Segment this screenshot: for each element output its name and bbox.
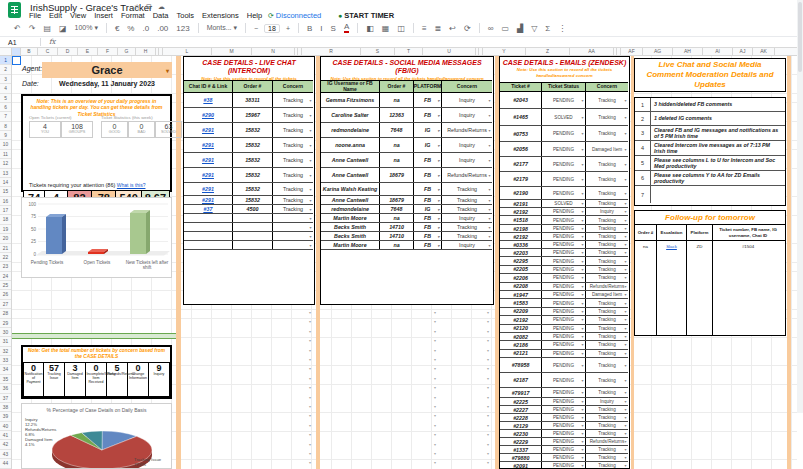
dropdown-arrow-icon[interactable]: ▾ — [437, 143, 439, 148]
ticket-number-cell[interactable]: #79917 — [500, 388, 542, 397]
row-header-9[interactable]: 9 — [0, 131, 11, 140]
dropdown-arrow-icon[interactable]: ▾ — [434, 395, 436, 400]
row-header-18[interactable]: 18 — [0, 215, 11, 224]
concern-cell[interactable]: Tracking▾ — [586, 406, 628, 413]
platform-cell[interactable]: FB▾ — [414, 153, 442, 167]
ticket-number-cell[interactable]: #1337 — [500, 446, 542, 453]
name-cell[interactable]: redmondelaine — [321, 205, 380, 213]
menu-insert[interactable]: Insert — [94, 11, 113, 20]
column-header-AK[interactable]: AK — [753, 48, 775, 55]
row-header-44[interactable]: 44 — [0, 459, 11, 468]
column-header-Y[interactable]: Y — [483, 48, 526, 55]
borders-icon[interactable]: ▦ — [382, 24, 390, 33]
dropdown-arrow-icon[interactable]: ▾ — [309, 216, 311, 221]
concern-cell[interactable]: Refunds/Returns▾ — [586, 283, 628, 290]
dropdown-arrow-icon[interactable]: ▾ — [488, 234, 490, 239]
dropdown-arrow-icon[interactable]: ▾ — [488, 128, 490, 133]
row-header-35[interactable]: 35 — [0, 375, 11, 384]
dropdown-arrow-icon[interactable]: ▾ — [581, 234, 583, 239]
dropdown-arrow-icon[interactable]: ▾ — [581, 209, 583, 214]
more-icon[interactable]: ⋮ — [558, 24, 566, 33]
menu-format[interactable]: Format — [121, 11, 145, 20]
name-cell[interactable]: noone.anna — [321, 138, 380, 152]
dropdown-arrow-icon[interactable]: ▾ — [624, 431, 626, 436]
concern-cell[interactable]: 0Change Information — [128, 362, 149, 397]
column-header-AF[interactable]: AF — [621, 48, 643, 55]
dropdown-arrow-icon[interactable]: ▾ — [581, 284, 583, 289]
dropdown-arrow-icon[interactable]: ▾ — [487, 338, 489, 343]
platform-cell[interactable]: IG▾ — [414, 123, 442, 137]
dropdown-arrow-icon[interactable]: ▾ — [581, 378, 583, 383]
dropdown-arrow-icon[interactable]: ▾ — [624, 259, 626, 264]
ticket-status-cell[interactable]: PENDING▾ — [542, 316, 586, 323]
concern-cell[interactable]: Tracking▾ — [273, 108, 313, 122]
concern-cell[interactable]: Inquiry▾ — [442, 108, 492, 122]
dropdown-arrow-icon[interactable]: ▾ — [624, 378, 626, 383]
selected-cell-a1[interactable] — [12, 56, 21, 65]
dropdown-arrow-icon[interactable]: ▾ — [487, 348, 489, 353]
dropdown-arrow-icon[interactable]: ▾ — [624, 250, 626, 255]
concern-cell[interactable]: Tracking▾ — [586, 233, 628, 240]
dropdown-arrow-icon[interactable]: ▾ — [309, 207, 311, 212]
dropdown-arrow-icon[interactable]: ▾ — [488, 207, 490, 212]
column-header-AA[interactable]: AA — [570, 48, 614, 55]
ticket-number-cell[interactable]: #79880 — [500, 454, 542, 461]
dropdown-arrow-icon[interactable]: ▾ — [309, 128, 311, 133]
table-cell[interactable] — [233, 223, 273, 231]
dropdown-arrow-icon[interactable]: ▾ — [437, 187, 439, 192]
order-cell[interactable]: na — [380, 93, 414, 107]
name-cell[interactable]: Caroline Salter — [321, 108, 380, 122]
ticket-number-cell[interactable]: #2229 — [500, 438, 542, 445]
ticket-status-cell[interactable]: PENDING▾ — [542, 438, 586, 445]
ticket-status-cell[interactable]: PENDING▾ — [542, 398, 586, 405]
chat-id-cell[interactable]: #291 — [184, 196, 233, 204]
column-header-S[interactable]: S — [361, 48, 395, 55]
concern-cell[interactable]: Tracking▾ — [586, 157, 628, 171]
row-header-20[interactable]: 20 — [0, 234, 11, 243]
concern-cell[interactable]: Inquiry▾ — [442, 153, 492, 167]
concern-cell[interactable]: Tracking▾ — [586, 373, 628, 387]
concern-cell[interactable]: Tracking▾ — [586, 241, 628, 248]
ticket-number-cell[interactable]: #1518 — [500, 216, 542, 224]
concern-cell[interactable]: Tracking▾ — [586, 341, 628, 348]
dropdown-arrow-icon[interactable]: ▾ — [309, 158, 311, 163]
dropdown-arrow-icon[interactable]: ▾ — [309, 243, 311, 248]
dropdown-arrow-icon[interactable]: ▾ — [624, 242, 626, 247]
link-icon[interactable]: ∞ — [488, 24, 494, 33]
row-header-33[interactable]: 33 — [0, 356, 11, 365]
concern-cell[interactable]: 3Damaged Item — [65, 362, 86, 397]
name-box[interactable]: A1 — [0, 39, 40, 46]
chat-id-cell[interactable]: #290 — [184, 108, 233, 122]
concern-cell[interactable]: Tracking▾ — [273, 153, 313, 167]
concern-cell[interactable]: Refunds/Returns▾ — [442, 123, 492, 137]
table-cell[interactable]: ▾ — [273, 214, 313, 222]
dropdown-arrow-icon[interactable]: ▾ — [309, 310, 311, 315]
concern-cell[interactable]: 9Inquiry — [149, 362, 170, 397]
dropdown-arrow-icon[interactable]: ▾ — [624, 284, 626, 289]
paint-format-icon[interactable]: ◪ — [59, 24, 67, 33]
dropdown-arrow-icon[interactable]: ▾ — [624, 326, 626, 331]
column-header-E[interactable]: E — [78, 48, 98, 55]
ticket-status-cell[interactable]: PENDING▾ — [542, 187, 586, 199]
concern-cell[interactable]: Tracking▾ — [586, 126, 628, 141]
row-header-15[interactable]: 15 — [0, 187, 11, 196]
ticket-status-cell[interactable]: PENDING▾ — [542, 241, 586, 248]
table-cell[interactable] — [233, 214, 273, 222]
concern-cell[interactable]: Tracking▾ — [586, 350, 628, 357]
menu-help[interactable]: Help — [247, 11, 262, 20]
ticket-number-cell[interactable]: #2192 — [500, 208, 542, 215]
dropdown-arrow-icon[interactable]: ▾ — [437, 243, 439, 248]
menu-file[interactable]: File — [29, 11, 41, 20]
row-header-2[interactable]: 2 — [0, 65, 11, 74]
ticket-number-cell[interactable]: #2209 — [500, 308, 542, 315]
dropdown-arrow-icon[interactable]: ▾ — [309, 432, 311, 437]
vertical-align-icon[interactable]: ≣ — [435, 24, 442, 33]
concern-cell[interactable]: Tracking▾ — [586, 358, 628, 372]
concern-cell[interactable]: Inquiry▾ — [442, 138, 492, 152]
scrollbar-thumb[interactable] — [798, 2, 802, 72]
platform-cell[interactable]: FB▾ — [414, 168, 442, 182]
row-header-21[interactable]: 21 — [0, 244, 11, 253]
font-size-input[interactable]: 18 — [264, 24, 280, 33]
row-header-38[interactable]: 38 — [0, 403, 11, 412]
ticket-status-cell[interactable]: PENDING▾ — [542, 462, 586, 469]
